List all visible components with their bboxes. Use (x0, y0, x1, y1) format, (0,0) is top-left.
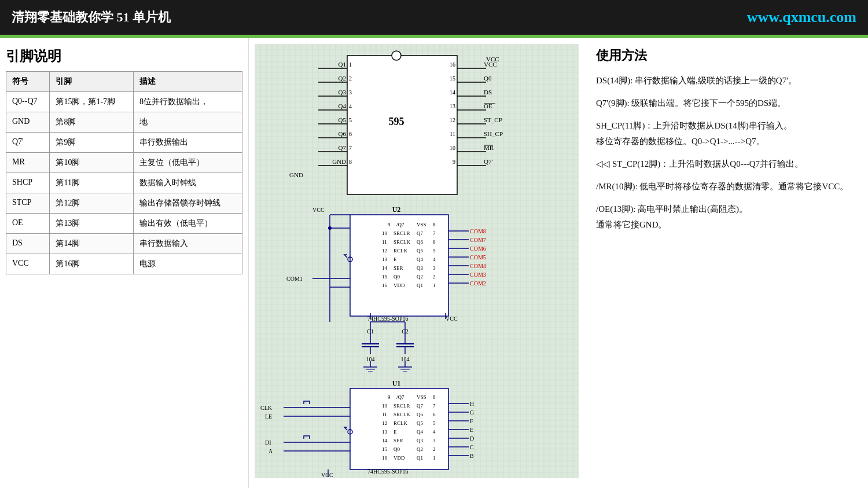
table-row: Q0--Q7第15脚，第1-7脚8位并行数据输出， (6, 92, 242, 112)
table-cell-pin: 第10脚 (50, 153, 133, 173)
u1-pin3: 3 (433, 438, 436, 443)
svg-text:1: 1 (349, 61, 352, 68)
u2-pin10: 10 (382, 230, 388, 236)
table-cell-symbol: DS (6, 234, 50, 254)
u1-pin1: 1 (433, 455, 436, 461)
svg-text:13: 13 (450, 103, 455, 109)
u1-vdd: VDD (393, 455, 405, 461)
u1-q5: Q5 (417, 420, 423, 426)
table-cell-symbol: Q0--Q7 (6, 92, 50, 112)
usage-title: 使用方法 (596, 47, 856, 64)
u2-e: E (393, 256, 397, 262)
svg-text:14: 14 (450, 89, 455, 96)
table-row: DS第14脚串行数据输入 (6, 234, 242, 254)
u2-label: U2 (392, 206, 401, 214)
u1-srclk: SRCLK (393, 412, 411, 417)
u2-pin6: 6 (433, 239, 436, 245)
middle-panel: 595 Q1 1 Q2 2 Q3 3 Q4 4 Q5 5 (249, 38, 584, 488)
usage-desc-1: DS(14脚): 串行数据输入端,级联的话接上一级的Q7'。 (596, 73, 856, 89)
u1-pin5: 5 (433, 420, 436, 426)
u1-pin13: 13 (382, 429, 388, 435)
u2-com4-label: COM4 (470, 263, 486, 269)
col-pin: 引脚 (50, 72, 133, 92)
section-title: 引脚说明 (6, 47, 242, 65)
u2-q1: Q1 (417, 282, 423, 288)
header-title: 清翔零基础教你学 51 单片机 (12, 9, 171, 26)
svg-text:16: 16 (450, 61, 455, 68)
table-cell-desc: 串行数据输入 (133, 234, 242, 254)
u2-pin8r: 8 (433, 222, 436, 228)
u2-pin15: 15 (382, 274, 388, 280)
u1-pin8r: 8 (433, 394, 436, 400)
u2-pin4: 4 (433, 256, 436, 262)
u2-q4: Q4 (417, 256, 423, 262)
chip-dip-label: 595 (389, 116, 404, 127)
u2-com5-label: COM5 (470, 254, 486, 260)
u1-h-label: H (470, 401, 474, 407)
u1-e: E (393, 429, 397, 435)
right-panel: 使用方法 DS(14脚): 串行数据输入端,级联的话接上一级的Q7'。 Q7'(… (584, 38, 868, 488)
svg-text:Q4: Q4 (339, 102, 347, 109)
u2-ic-label: 74HC595-SOP16 (367, 315, 409, 322)
table-cell-symbol: Q7' (6, 133, 50, 153)
svg-text:Q7': Q7' (484, 158, 492, 165)
svg-point-223 (328, 226, 332, 230)
u2-pin16: 16 (382, 282, 388, 288)
u2-pin2: 2 (433, 274, 436, 280)
header: 清翔零基础教你学 51 单片机 www.qxmcu.com (0, 0, 868, 35)
table-cell-pin: 第8脚 (50, 112, 133, 133)
table-row: Q7'第9脚串行数据输出 (6, 133, 242, 153)
u1-pin15: 15 (382, 446, 388, 452)
u1-le-label: LE (265, 413, 272, 420)
u2-com1-label: COM1 (286, 276, 303, 282)
table-row: VCC第16脚电源 (6, 254, 242, 274)
usage-desc-5: /MR(10脚): 低电平时将移位寄存器的数据清零。通常将它接VCC。 (596, 179, 856, 195)
svg-text:ST_CP: ST_CP (484, 116, 502, 123)
svg-text:Q6: Q6 (339, 130, 347, 137)
svg-text:DS: DS (484, 89, 492, 96)
svg-text:Q0: Q0 (484, 75, 492, 82)
table-cell-desc: 主复位（低电平） (133, 153, 242, 173)
u1-ser: SER (393, 438, 403, 443)
u1-pin10: 10 (382, 403, 388, 409)
table-cell-desc: 8位并行数据输出， (133, 92, 242, 112)
svg-text:Q3: Q3 (339, 89, 347, 96)
usage-desc-3: SH_CP(11脚)：上升沿时数据从DS(14脚)串行输入。移位寄存器的数据移位… (596, 118, 856, 149)
col-desc: 描述 (133, 72, 242, 92)
svg-text:Q2: Q2 (339, 75, 346, 82)
u2-q6: Q6 (417, 239, 423, 245)
u1-q6: Q6 (417, 412, 423, 417)
vcc-label-top: VCC (486, 56, 499, 63)
u2-pin11: 11 (382, 239, 387, 245)
table-cell-desc: 地 (133, 112, 242, 133)
u1-pin9: 9 (388, 394, 391, 400)
u1-g-label: G (470, 409, 474, 416)
u2-pin3: 3 (433, 265, 436, 271)
u1-q2: Q2 (417, 446, 423, 452)
u1-q4: Q4 (417, 429, 423, 435)
u2-pin7: 7 (433, 230, 436, 236)
u1-pin14: 14 (382, 438, 388, 443)
schematic-svg: 595 Q1 1 Q2 2 Q3 3 Q4 4 Q5 5 (255, 44, 579, 478)
svg-text:Q5: Q5 (339, 116, 347, 123)
gnd-label: GND (289, 171, 303, 178)
u2-pin14: 14 (382, 265, 388, 271)
u1-vss: VSS (417, 394, 426, 400)
svg-text:GND: GND (332, 158, 346, 165)
pin-table: 符号 引脚 描述 Q0--Q7第15脚，第1-7脚8位并行数据输出，GND第8脚… (6, 71, 242, 274)
svg-text:Q7: Q7 (339, 144, 347, 151)
u1-b-label: B (470, 453, 474, 459)
u1-vcc-bottom: VCC (321, 472, 333, 478)
u2-q5: Q5 (417, 248, 423, 254)
table-cell-desc: 串行数据输出 (133, 133, 242, 153)
svg-text:Q1: Q1 (339, 61, 346, 68)
u2-pin9: 9 (388, 222, 391, 228)
table-cell-pin: 第16脚 (50, 254, 133, 274)
table-cell-pin: 第11脚 (50, 173, 133, 193)
table-cell-symbol: GND (6, 112, 50, 133)
table-cell-pin: 第12脚 (50, 193, 133, 214)
svg-text:5: 5 (349, 117, 352, 123)
u2-srclk: SRCLK (393, 239, 411, 245)
table-row: SHCP第11脚数据输入时钟线 (6, 173, 242, 193)
u1-c-label: C (470, 444, 474, 450)
